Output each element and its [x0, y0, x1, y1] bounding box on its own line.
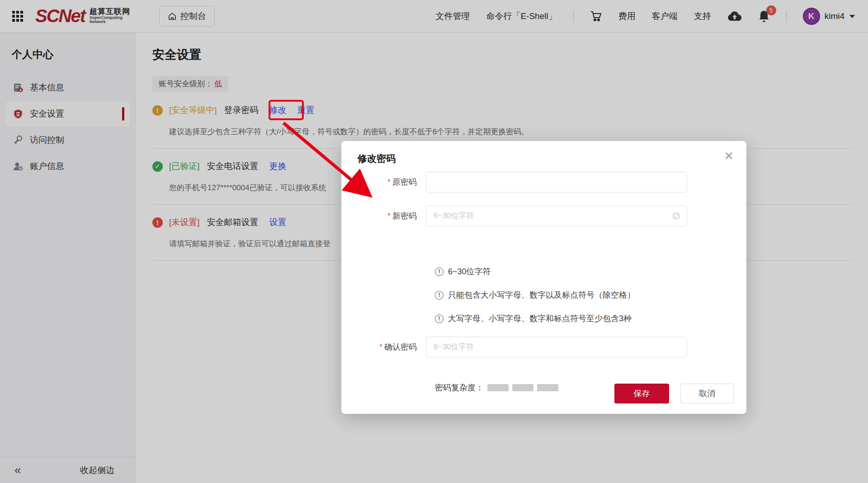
- eye-off-icon[interactable]: [672, 211, 681, 220]
- confirm-password-row: *确认密码: [341, 337, 687, 357]
- password-rule: ! 大写字母、小写字母、数字和标点符号至少包含3种: [435, 313, 632, 324]
- old-password-input[interactable]: [426, 172, 687, 192]
- new-password-input[interactable]: [426, 206, 687, 226]
- password-rule: ! 6~30位字符: [435, 266, 491, 277]
- password-complexity-row: 密码复杂度：: [435, 382, 558, 393]
- info-circle-icon: !: [435, 291, 443, 300]
- required-asterisk: *: [387, 178, 391, 187]
- change-password-modal: 修改密码 ✕ *原密码 *新密码 密码复杂度： ! 6~30位字符 ! 只能包含…: [341, 141, 746, 414]
- complexity-bar: [487, 384, 509, 391]
- required-asterisk: *: [387, 211, 391, 220]
- close-icon[interactable]: ✕: [724, 150, 734, 162]
- save-button[interactable]: 保存: [614, 384, 669, 403]
- cancel-button[interactable]: 取消: [680, 384, 734, 403]
- required-asterisk: *: [379, 342, 382, 352]
- confirm-password-input[interactable]: [426, 337, 687, 357]
- modal-title: 修改密码: [358, 152, 396, 165]
- info-circle-icon: !: [435, 314, 443, 323]
- complexity-bar: [537, 384, 558, 391]
- old-password-label: *原密码: [341, 177, 426, 188]
- info-circle-icon: !: [435, 267, 443, 276]
- old-password-row: *原密码: [341, 172, 687, 192]
- new-password-label: *新密码: [341, 211, 426, 221]
- complexity-bar: [512, 384, 533, 391]
- password-rule: ! 只能包含大小写字母、数字以及标点符号（除空格）: [435, 290, 635, 300]
- confirm-password-label: *确认密码: [341, 342, 426, 352]
- new-password-row: *新密码: [341, 206, 687, 226]
- complexity-label: 密码复杂度：: [435, 382, 484, 393]
